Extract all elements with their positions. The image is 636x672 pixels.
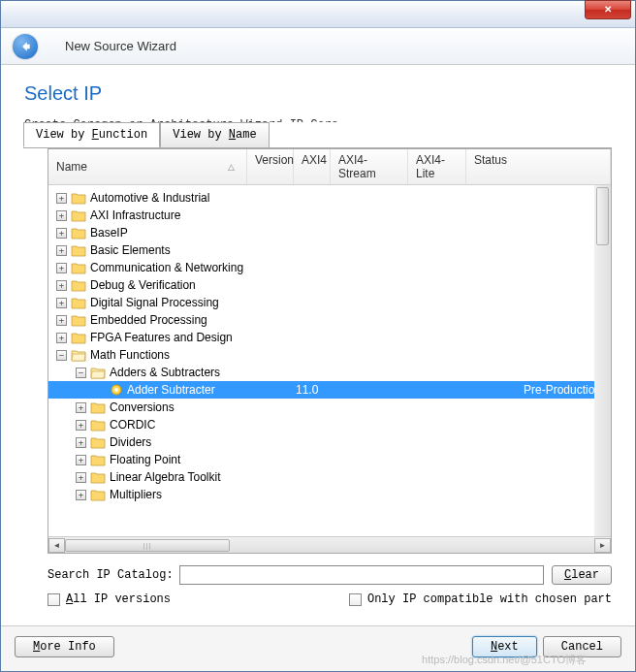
tree-scroll[interactable]: +Automotive & Industrial+AXI Infrastruct… — [48, 185, 611, 536]
expander-icon[interactable]: + — [56, 298, 67, 308]
folder-open-icon — [71, 349, 86, 362]
tree-label: Adder Subtracter — [127, 383, 215, 397]
horizontal-scrollbar[interactable]: ◄ ||| ► — [48, 536, 611, 553]
tree-folder[interactable]: −Math Functions — [48, 346, 611, 364]
page-title: Select IP — [24, 82, 612, 105]
checkbox-icon[interactable] — [48, 593, 60, 606]
tree-label: Communication & Networking — [90, 261, 243, 274]
hscroll-thumb[interactable]: ||| — [65, 539, 230, 552]
tree-folder[interactable]: +CORDIC — [48, 416, 611, 433]
vertical-scrollbar[interactable] — [594, 185, 611, 536]
expander-icon[interactable]: + — [76, 420, 86, 431]
wizard-title: New Source Wizard — [65, 39, 176, 53]
search-row: Search IP Catalog: Clear — [48, 565, 612, 585]
hscroll-left-button[interactable]: ◄ — [48, 538, 65, 553]
tree-folder[interactable]: +Linear Algebra Toolkit — [48, 468, 611, 486]
tree-label: Automotive & Industrial — [90, 191, 209, 205]
tree-folder[interactable]: +Debug & Verification — [48, 276, 611, 294]
expander-icon[interactable]: + — [76, 402, 86, 413]
tree-folder[interactable]: +Automotive & Industrial — [48, 189, 611, 207]
tree-folder[interactable]: +Basic Elements — [48, 241, 611, 259]
tree-label: Debug & Verification — [90, 278, 196, 292]
expander-icon[interactable]: + — [56, 333, 67, 343]
tree-folder[interactable]: +BaseIP — [48, 224, 611, 241]
expander-icon[interactable]: − — [56, 350, 67, 361]
cancel-button[interactable]: Cancel — [543, 636, 621, 657]
compat-check[interactable]: Only IP compatible with chosen part — [349, 592, 612, 606]
col-version[interactable]: Version — [247, 149, 294, 184]
tree-folder[interactable]: +Conversions — [48, 399, 611, 416]
col-status[interactable]: Status — [466, 149, 611, 184]
more-info-button[interactable]: More Info — [15, 636, 114, 657]
tree-version: 11.0 — [296, 383, 318, 397]
expander-icon[interactable]: + — [56, 245, 67, 256]
vscroll-thumb[interactable] — [596, 187, 609, 245]
expander-icon[interactable]: + — [56, 263, 67, 273]
tree-folder[interactable]: +Embedded Processing — [48, 311, 611, 329]
tree-status: Pre-Production — [524, 383, 601, 397]
search-label: Search IP Catalog: — [48, 568, 174, 582]
col-axi4[interactable]: AXI4 — [294, 149, 331, 184]
all-versions-check[interactable]: All IP versions — [48, 592, 171, 606]
tab-view-by-function[interactable]: View by Function — [23, 122, 160, 147]
tree-label: Math Functions — [90, 348, 170, 362]
expander-icon[interactable]: + — [56, 315, 67, 326]
folder-icon — [90, 436, 106, 449]
folder-icon — [71, 332, 86, 344]
svg-point-1 — [114, 388, 118, 392]
next-button[interactable]: Next — [472, 636, 537, 657]
tree-label: Multipliers — [110, 488, 162, 501]
search-input[interactable] — [179, 565, 544, 585]
tree-folder[interactable]: +AXI Infrastructure — [48, 207, 611, 224]
tree-label: Embedded Processing — [90, 313, 207, 327]
expander-icon[interactable]: + — [76, 455, 86, 465]
close-button[interactable] — [585, 0, 631, 19]
col-name[interactable]: Name△ — [48, 149, 247, 184]
tree-folder[interactable]: +FPGA Features and Design — [48, 329, 611, 346]
tree-label: Linear Algebra Toolkit — [110, 470, 221, 484]
folder-icon — [90, 454, 106, 466]
tree-label: CORDIC — [110, 418, 155, 432]
clear-button[interactable]: Clear — [552, 565, 612, 585]
expander-icon[interactable]: + — [56, 193, 67, 204]
expander-icon[interactable]: − — [76, 368, 86, 378]
tree-leaf[interactable]: Adder Subtracter11.0Pre-Production — [48, 381, 611, 399]
tree-folder[interactable]: +Floating Point — [48, 451, 611, 468]
tree-folder[interactable]: +Communication & Networking — [48, 259, 611, 276]
folder-icon — [90, 401, 106, 414]
ip-core-icon — [110, 383, 123, 397]
tree-label: Digital Signal Processing — [90, 296, 219, 309]
expander-icon[interactable]: + — [76, 472, 86, 483]
folder-open-icon — [90, 367, 106, 379]
hscroll-right-button[interactable]: ► — [594, 538, 611, 553]
ip-tree-panel: Name△ Version AXI4 AXI4-Stream AXI4-Lite… — [48, 148, 612, 554]
tree-folder[interactable]: +Multipliers — [48, 486, 611, 503]
back-button[interactable] — [13, 34, 38, 59]
tree-folder[interactable]: +Dividers — [48, 433, 611, 451]
tree-folder[interactable]: −Adders & Subtracters — [48, 364, 611, 381]
folder-icon — [71, 297, 86, 309]
table-header: Name△ Version AXI4 AXI4-Stream AXI4-Lite… — [48, 149, 611, 185]
tab-view-by-name[interactable]: View by Name — [160, 122, 269, 147]
col-axi4-stream[interactable]: AXI4-Stream — [331, 149, 408, 184]
expander-icon[interactable]: + — [56, 280, 67, 291]
tree-folder[interactable]: +Digital Signal Processing — [48, 294, 611, 311]
folder-icon — [90, 489, 106, 501]
folder-icon — [71, 209, 86, 222]
tree-label: BaseIP — [90, 226, 128, 240]
expander-icon[interactable]: + — [76, 437, 86, 448]
expander-icon[interactable]: + — [56, 210, 67, 221]
tree-label: Floating Point — [110, 453, 180, 466]
folder-icon — [90, 419, 106, 432]
footer: More Info Next Cancel — [1, 625, 635, 671]
sort-asc-icon: △ — [228, 162, 235, 172]
checkbox-icon[interactable] — [349, 593, 362, 606]
folder-icon — [71, 279, 86, 292]
back-arrow-icon — [18, 40, 32, 53]
expander-icon[interactable]: + — [76, 490, 86, 500]
header-bar: New Source Wizard — [1, 28, 635, 65]
col-axi4-lite[interactable]: AXI4-Lite — [408, 149, 466, 184]
expander-icon[interactable]: + — [56, 228, 67, 239]
tree-label: Basic Elements — [90, 243, 171, 257]
folder-icon — [71, 262, 86, 274]
